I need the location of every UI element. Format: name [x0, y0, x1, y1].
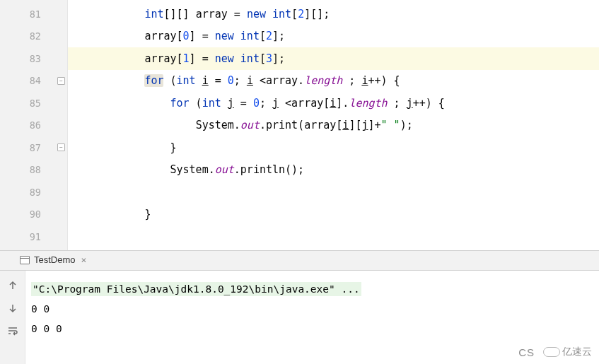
- line-number: 89: [0, 187, 50, 198]
- line-number: 85: [0, 98, 50, 109]
- watermark: CS 亿速云: [518, 346, 592, 358]
- scroll-down-icon[interactable]: [6, 302, 19, 315]
- gutter-line[interactable]: 90: [0, 204, 67, 226]
- line-number: 91: [0, 231, 50, 242]
- gutter-line[interactable]: 85: [0, 92, 67, 115]
- code-line-85[interactable]: for (int j = 0; j <array[i].length ; j++…: [68, 92, 599, 115]
- line-gutter: 81 82 83 84 85 86 87 88 89 90 91: [0, 0, 68, 250]
- line-number: 88: [0, 164, 50, 175]
- code-line-81[interactable]: int[][] array = new int[2][];: [68, 3, 599, 25]
- fold-collapse-icon[interactable]: [57, 143, 65, 151]
- console-output[interactable]: "C:\Program Files\Java\jdk1.8.0_192\bin\…: [25, 271, 599, 364]
- code-line-89[interactable]: [68, 181, 599, 204]
- cloud-icon: [543, 347, 560, 357]
- line-number: 86: [0, 119, 50, 131]
- line-number: 82: [0, 30, 50, 42]
- code-line-84[interactable]: for (int i = 0; i <array.length ; i++) {: [68, 70, 599, 93]
- code-line-82[interactable]: array[0] = new int[2];: [68, 25, 599, 48]
- console-toolbar: [0, 271, 25, 364]
- gutter-line[interactable]: 83: [0, 47, 67, 70]
- soft-wrap-icon[interactable]: [6, 324, 19, 337]
- gutter-line[interactable]: 82: [0, 25, 67, 48]
- code-area[interactable]: int[][] array = new int[2][]; array[0] =…: [68, 0, 599, 250]
- code-line-88[interactable]: System.out.println();: [68, 159, 599, 182]
- watermark-cs: CS: [518, 346, 535, 358]
- code-line-90[interactable]: }: [68, 204, 599, 226]
- command-line: "C:\Program Files\Java\jdk1.8.0_192\bin\…: [31, 282, 361, 296]
- code-line-83[interactable]: array[1] = new int[3];: [68, 47, 599, 70]
- line-number: 83: [0, 53, 50, 64]
- code-line-91[interactable]: [68, 225, 599, 248]
- gutter-line[interactable]: 91: [0, 225, 67, 248]
- line-number: 84: [0, 75, 50, 86]
- watermark-brand: 亿速云: [543, 346, 592, 358]
- gutter-line[interactable]: 84: [0, 70, 67, 93]
- line-number: 87: [0, 142, 50, 153]
- editor-area: 81 82 83 84 85 86 87 88 89 90 91 int[][]…: [0, 0, 599, 251]
- gutter-line[interactable]: 87: [0, 136, 67, 159]
- output-line: 0 0 0: [31, 323, 62, 334]
- close-tab-icon[interactable]: ×: [80, 254, 88, 265]
- run-config-icon: [20, 256, 30, 264]
- scroll-up-icon[interactable]: [6, 279, 19, 292]
- gutter-line[interactable]: 88: [0, 159, 67, 182]
- console-tab[interactable]: TestDemo ×: [16, 251, 92, 270]
- gutter-line[interactable]: 86: [0, 115, 67, 137]
- code-line-87[interactable]: }: [68, 136, 599, 159]
- console-body: "C:\Program Files\Java\jdk1.8.0_192\bin\…: [0, 271, 599, 364]
- fold-expand-icon[interactable]: [57, 77, 65, 85]
- code-line-86[interactable]: System.out.print(array[i][j]+" ");: [68, 115, 599, 137]
- gutter-line[interactable]: 89: [0, 181, 67, 204]
- line-number: 90: [0, 209, 50, 220]
- gutter-line[interactable]: 81: [0, 3, 67, 25]
- output-line: 0 0: [31, 303, 50, 315]
- console-tab-label: TestDemo: [34, 254, 76, 265]
- line-number: 81: [0, 8, 50, 20]
- console-tab-bar: TestDemo ×: [0, 251, 599, 271]
